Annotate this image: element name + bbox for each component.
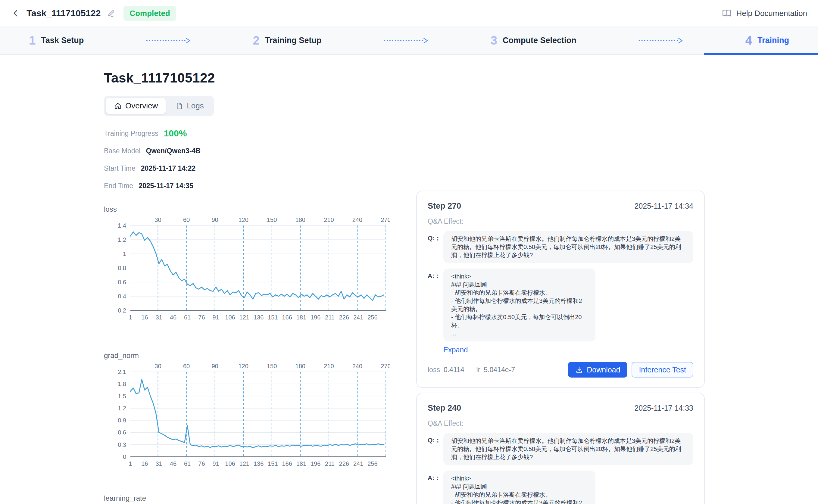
start-time-value: 2025-11-17 14:22 — [141, 164, 196, 173]
stepper: 1 Task Setup 2 Training Setup 3 Compute … — [0, 26, 818, 55]
dotted-arrow-icon — [146, 37, 191, 44]
step-number: 2 — [253, 34, 260, 47]
svg-text:136: 136 — [253, 314, 263, 321]
tab-overview[interactable]: Overview — [106, 98, 166, 114]
svg-text:31: 31 — [155, 460, 162, 467]
svg-text:0.4: 0.4 — [118, 293, 126, 300]
learning-rate-chart-title: learning_rate — [104, 494, 390, 502]
svg-text:30: 30 — [154, 216, 161, 223]
expand-link[interactable]: Expand — [443, 346, 468, 354]
svg-text:1.5: 1.5 — [118, 393, 126, 400]
help-documentation-label: Help Documentation — [736, 9, 807, 18]
svg-text:210: 210 — [324, 363, 334, 369]
loss-chart-block: loss 1.41.210.80.60.40.23060901201501802… — [104, 205, 390, 324]
download-button[interactable]: Download — [568, 362, 627, 378]
svg-text:16: 16 — [141, 460, 148, 467]
edit-task-name-button[interactable] — [107, 9, 116, 18]
task-info: Training Progress 100% Base Model Qwen/Q… — [104, 128, 390, 191]
answer-bubble: <think> ### 问题回顾 - 胡安和他的兄弟卡洛斯在卖柠檬水。 - 他们… — [443, 269, 596, 341]
svg-text:2.1: 2.1 — [118, 369, 126, 375]
step-task-setup[interactable]: 1 Task Setup — [29, 34, 84, 47]
svg-text:211: 211 — [325, 460, 334, 467]
svg-text:1.2: 1.2 — [118, 236, 126, 243]
info-label: Training Progress — [104, 129, 158, 138]
svg-text:91: 91 — [213, 460, 219, 467]
info-label: End Time — [104, 182, 133, 190]
step-number: 1 — [29, 34, 36, 47]
card-step-title: Step 270 — [428, 201, 461, 211]
svg-text:241: 241 — [353, 460, 363, 467]
grad-norm-chart-title: grad_norm — [104, 351, 390, 360]
base-model-value: Qwen/Qwen3-4B — [146, 147, 200, 155]
svg-text:1: 1 — [123, 250, 126, 257]
tab-logs[interactable]: Logs — [167, 98, 211, 114]
svg-text:240: 240 — [352, 363, 362, 369]
inference-test-button[interactable]: Inference Test — [632, 362, 693, 378]
topbar: Task_1117105122 Completed Help Documenta… — [0, 0, 818, 26]
step-label: Compute Selection — [503, 36, 577, 45]
svg-text:46: 46 — [170, 314, 176, 321]
svg-text:150: 150 — [267, 216, 277, 223]
svg-text:91: 91 — [213, 314, 219, 321]
svg-text:196: 196 — [310, 314, 320, 321]
svg-text:196: 196 — [310, 460, 320, 467]
svg-text:181: 181 — [296, 460, 306, 467]
svg-text:76: 76 — [198, 314, 205, 321]
lr-metric-label: lr — [477, 366, 481, 374]
svg-text:16: 16 — [141, 314, 148, 321]
file-icon — [175, 102, 183, 110]
info-row-base-model: Base Model Qwen/Qwen3-4B — [104, 145, 390, 156]
svg-text:30: 30 — [154, 363, 161, 369]
pencil-icon — [107, 9, 116, 18]
tab-logs-label: Logs — [187, 101, 204, 110]
svg-text:150: 150 — [267, 363, 277, 369]
lr-metric-value: 5.0414e-7 — [484, 366, 515, 374]
info-row-training-progress: Training Progress 100% — [104, 128, 390, 139]
step-training-setup[interactable]: 2 Training Setup — [253, 34, 322, 47]
svg-text:241: 241 — [353, 314, 363, 321]
info-row-end-time: End Time 2025-11-17 14:35 — [104, 180, 390, 191]
step-compute-selection[interactable]: 3 Compute Selection — [491, 34, 577, 47]
svg-text:240: 240 — [352, 216, 362, 223]
step-label: Task Setup — [41, 36, 84, 45]
svg-text:120: 120 — [238, 216, 248, 223]
svg-text:1.8: 1.8 — [118, 381, 126, 387]
inference-test-button-label: Inference Test — [639, 366, 686, 374]
download-icon — [575, 366, 583, 374]
svg-text:76: 76 — [198, 460, 205, 467]
checkpoint-cards: Step 270 2025-11-17 14:34 Q&A Effect: Q:… — [416, 191, 705, 504]
loss-metric: loss 0.4114 — [428, 366, 465, 374]
svg-text:226: 226 — [339, 460, 349, 467]
download-button-label: Download — [587, 366, 620, 374]
grad-norm-chart-block: grad_norm 2.11.81.51.20.90.60.3030609012… — [104, 351, 390, 470]
svg-text:60: 60 — [183, 363, 190, 369]
answer-key: A:： — [428, 471, 443, 482]
svg-text:121: 121 — [239, 314, 249, 321]
svg-text:270: 270 — [381, 216, 390, 223]
svg-text:166: 166 — [282, 460, 292, 467]
svg-text:226: 226 — [339, 314, 349, 321]
help-documentation-link[interactable]: Help Documentation — [722, 8, 807, 18]
svg-text:210: 210 — [324, 216, 334, 223]
home-icon — [114, 102, 122, 110]
svg-text:1.4: 1.4 — [118, 222, 126, 229]
step-label: Training Setup — [265, 36, 322, 45]
svg-text:46: 46 — [170, 460, 176, 467]
info-row-start-time: Start Time 2025-11-17 14:22 — [104, 163, 390, 174]
svg-text:0.3: 0.3 — [118, 441, 126, 448]
card-step-title: Step 240 — [428, 403, 461, 413]
svg-text:0.8: 0.8 — [118, 265, 126, 271]
svg-text:181: 181 — [296, 314, 306, 321]
svg-text:106: 106 — [225, 460, 235, 467]
step-number: 3 — [491, 34, 497, 47]
back-button[interactable] — [9, 7, 22, 20]
card-timestamp: 2025-11-17 14:34 — [634, 202, 693, 210]
svg-text:61: 61 — [184, 460, 191, 467]
question-key: Q:： — [428, 433, 443, 444]
step-training[interactable]: 4 Training — [745, 34, 789, 47]
svg-text:0.9: 0.9 — [118, 417, 126, 424]
checkpoint-card-step-270: Step 270 2025-11-17 14:34 Q&A Effect: Q:… — [416, 191, 705, 388]
svg-text:121: 121 — [239, 460, 249, 467]
svg-text:0: 0 — [123, 453, 126, 460]
overview-logs-tabs: Overview Logs — [104, 96, 214, 116]
